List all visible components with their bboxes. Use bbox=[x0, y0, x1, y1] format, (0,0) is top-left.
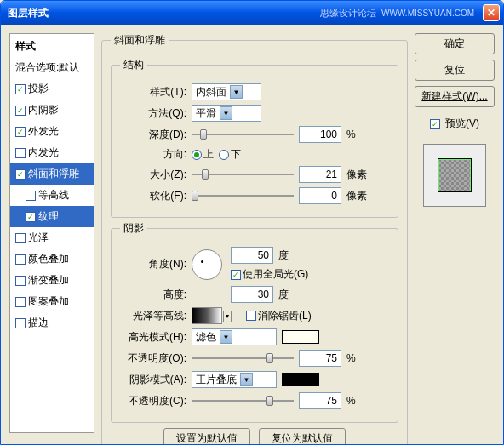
close-button[interactable]: ✕ bbox=[483, 4, 500, 21]
sidebar-item[interactable]: 斜面和浮雕 bbox=[10, 163, 94, 185]
sidebar-item-label: 图案叠加 bbox=[28, 294, 69, 309]
ok-button[interactable]: 确定 bbox=[415, 33, 495, 54]
shadow-color-swatch[interactable] bbox=[282, 373, 319, 386]
sidebar-item[interactable]: 纹理 bbox=[10, 206, 94, 227]
sidebar-item-label: 等高线 bbox=[38, 188, 69, 203]
depth-slider[interactable] bbox=[192, 129, 294, 140]
altitude-input[interactable]: 30 bbox=[231, 286, 273, 303]
sidebar-item-label: 描边 bbox=[28, 316, 49, 330]
cancel-button[interactable]: 复位 bbox=[415, 60, 495, 81]
new-style-button[interactable]: 新建样式(W)... bbox=[415, 86, 495, 107]
highlight-opacity-label: 不透明度(O): bbox=[120, 351, 186, 366]
degree-unit: 度 bbox=[278, 288, 289, 302]
sidebar-header: 样式 bbox=[10, 36, 94, 57]
soften-input[interactable]: 0 bbox=[299, 187, 341, 204]
sidebar-item-label: 内阴影 bbox=[28, 103, 59, 117]
highlight-opacity-input[interactable]: 75 bbox=[299, 350, 341, 367]
style-checkbox[interactable] bbox=[15, 233, 26, 243]
size-input[interactable]: 21 bbox=[299, 166, 341, 183]
direction-up-radio[interactable]: 上 bbox=[192, 147, 214, 162]
percent-unit: % bbox=[346, 352, 356, 364]
style-label: 样式(T): bbox=[120, 85, 186, 100]
watermark-url: WWW.MISSYUAN.COM bbox=[381, 9, 474, 18]
structure-legend: 结构 bbox=[120, 58, 147, 72]
direction-label: 方向: bbox=[120, 147, 186, 162]
angle-label: 角度(N): bbox=[120, 257, 186, 271]
altitude-label: 高度: bbox=[120, 288, 186, 302]
depth-input[interactable]: 100 bbox=[299, 126, 341, 143]
depth-label: 深度(D): bbox=[120, 128, 186, 142]
layer-style-dialog: 图层样式 思缘设计论坛 WWW.MISSYUAN.COM ✕ 样式 混合选项:默… bbox=[0, 0, 504, 445]
preview-area bbox=[423, 144, 486, 207]
bevel-emboss-group: 斜面和浮雕 结构 样式(T): 内斜面▼ 方法(Q): 平滑▼ 深度(D): 1 bbox=[101, 33, 408, 445]
shadow-opacity-slider[interactable] bbox=[192, 396, 294, 406]
angle-input[interactable]: 50 bbox=[231, 247, 273, 264]
sidebar-item[interactable]: 颜色叠加 bbox=[10, 248, 94, 270]
style-checkbox[interactable] bbox=[15, 148, 26, 158]
make-default-button[interactable]: 设置为默认值 bbox=[163, 428, 250, 445]
sidebar-item[interactable]: 外发光 bbox=[10, 121, 94, 142]
antialias-checkbox[interactable]: 消除锯齿(L) bbox=[246, 309, 312, 323]
shading-group: 阴影 角度(N): 50 度 使用全局光(G) 高度: bbox=[111, 221, 398, 423]
styles-sidebar: 样式 混合选项:默认 投影内阴影外发光内发光斜面和浮雕等高线纹理光泽颜色叠加渐变… bbox=[9, 33, 94, 433]
highlight-opacity-slider[interactable] bbox=[192, 353, 294, 363]
structure-group: 结构 样式(T): 内斜面▼ 方法(Q): 平滑▼ 深度(D): 100 % bbox=[111, 58, 398, 218]
shadow-opacity-label: 不透明度(C): bbox=[120, 394, 186, 408]
style-checkbox[interactable] bbox=[15, 276, 26, 286]
degree-unit: 度 bbox=[278, 248, 289, 263]
style-checkbox[interactable] bbox=[15, 84, 26, 94]
shadow-mode-combo[interactable]: 正片叠底▼ bbox=[192, 371, 277, 388]
preview-thumbnail bbox=[438, 158, 472, 192]
shadow-opacity-input[interactable]: 75 bbox=[299, 392, 341, 409]
chevron-down-icon: ▼ bbox=[220, 106, 232, 120]
style-checkbox[interactable] bbox=[26, 212, 36, 222]
soften-slider[interactable] bbox=[192, 191, 294, 201]
sidebar-item-label: 内发光 bbox=[28, 145, 59, 160]
chevron-down-icon: ▼ bbox=[240, 373, 253, 386]
style-checkbox[interactable] bbox=[15, 106, 26, 116]
sidebar-item[interactable]: 等高线 bbox=[10, 185, 94, 206]
style-combo[interactable]: 内斜面▼ bbox=[192, 83, 261, 100]
angle-dial[interactable] bbox=[192, 249, 222, 280]
chevron-down-icon: ▼ bbox=[220, 330, 232, 344]
style-checkbox[interactable] bbox=[15, 254, 26, 265]
sidebar-item-label: 颜色叠加 bbox=[28, 252, 69, 266]
sidebar-item[interactable]: 内阴影 bbox=[10, 100, 94, 121]
direction-down-radio[interactable]: 下 bbox=[219, 147, 241, 162]
style-checkbox[interactable] bbox=[15, 318, 26, 328]
highlight-color-swatch[interactable] bbox=[282, 330, 319, 344]
main-panel: 斜面和浮雕 结构 样式(T): 内斜面▼ 方法(Q): 平滑▼ 深度(D): 1 bbox=[101, 33, 408, 433]
global-light-checkbox[interactable]: 使用全局光(G) bbox=[231, 267, 308, 282]
preview-label: 预览(V) bbox=[445, 117, 479, 131]
style-checkbox[interactable] bbox=[26, 191, 36, 201]
sidebar-item[interactable]: 渐变叠加 bbox=[10, 270, 94, 291]
sidebar-item-label: 投影 bbox=[28, 82, 49, 96]
style-checkbox[interactable] bbox=[15, 297, 26, 307]
shading-legend: 阴影 bbox=[120, 221, 147, 236]
sidebar-item-label: 光泽 bbox=[28, 231, 49, 245]
sidebar-item[interactable]: 投影 bbox=[10, 78, 94, 100]
highlight-mode-label: 高光模式(H): bbox=[120, 330, 186, 345]
gloss-contour-label: 光泽等高线: bbox=[120, 309, 186, 323]
technique-combo[interactable]: 平滑▼ bbox=[192, 105, 261, 122]
sidebar-item-label: 纹理 bbox=[38, 209, 59, 224]
right-column: 确定 复位 新建样式(W)... 预览(V) bbox=[415, 33, 495, 433]
gloss-contour-combo[interactable]: ▾ bbox=[192, 307, 222, 324]
watermark-text: 思缘设计论坛 bbox=[320, 7, 376, 20]
pixel-unit: 像素 bbox=[346, 189, 367, 203]
shadow-mode-label: 阴影模式(A): bbox=[120, 373, 186, 387]
highlight-mode-combo[interactable]: 滤色▼ bbox=[192, 328, 277, 345]
sidebar-item[interactable]: 光泽 bbox=[10, 227, 94, 248]
sidebar-item[interactable]: 图案叠加 bbox=[10, 291, 94, 312]
preview-checkbox[interactable] bbox=[430, 119, 440, 129]
style-checkbox[interactable] bbox=[15, 127, 26, 137]
style-checkbox[interactable] bbox=[15, 169, 26, 180]
size-slider[interactable] bbox=[192, 169, 294, 180]
reset-default-button[interactable]: 复位为默认值 bbox=[259, 428, 346, 445]
sidebar-item[interactable]: 描边 bbox=[10, 312, 94, 334]
sidebar-blend-options[interactable]: 混合选项:默认 bbox=[10, 57, 94, 78]
sidebar-item[interactable]: 内发光 bbox=[10, 142, 94, 163]
titlebar[interactable]: 图层样式 思缘设计论坛 WWW.MISSYUAN.COM ✕ bbox=[1, 1, 503, 25]
soften-label: 软化(F): bbox=[120, 189, 186, 203]
sidebar-item-label: 渐变叠加 bbox=[28, 273, 69, 288]
